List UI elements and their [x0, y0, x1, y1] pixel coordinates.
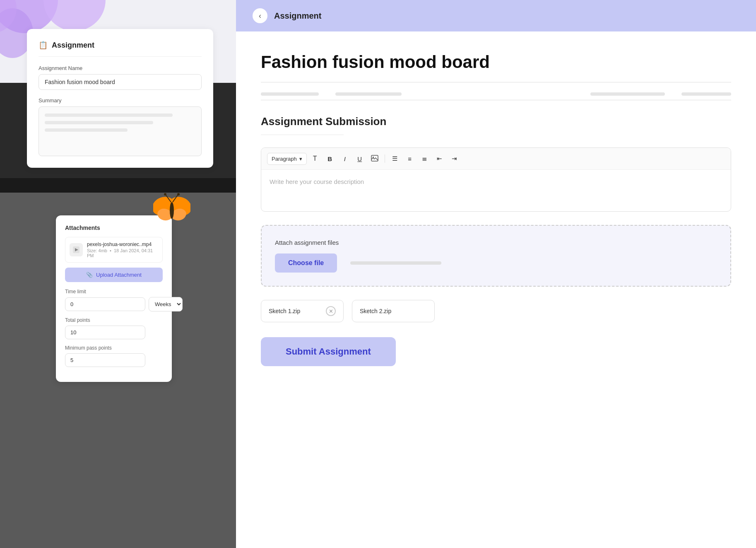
- header-title: Assignment: [274, 11, 321, 21]
- list-unordered-button[interactable]: ☰: [388, 152, 402, 165]
- right-panel: ‹ Assignment Fashion fusion mood board A…: [236, 0, 756, 548]
- summary-textarea: [39, 106, 202, 156]
- file-tag-1: Sketch 2.zip: [352, 300, 435, 322]
- min-pass-label: Minimum pass points: [65, 345, 163, 351]
- bold-icon: B: [327, 155, 332, 162]
- time-limit-input[interactable]: [65, 297, 145, 311]
- min-pass-input[interactable]: [65, 353, 145, 367]
- meta-divider: [261, 100, 731, 100]
- name-field-label: Assignment Name: [39, 65, 202, 71]
- format-t-button[interactable]: T: [308, 152, 322, 165]
- list-ordered-button[interactable]: ≣: [418, 152, 431, 165]
- choose-file-button[interactable]: Choose file: [275, 253, 337, 273]
- file-upload-placeholder: [350, 261, 441, 265]
- assignment-card: 📋 Assignment Assignment Name Summary: [27, 29, 213, 168]
- summary-line-1: [45, 113, 173, 117]
- video-file-icon: [70, 243, 83, 256]
- paperclip-icon: 📎: [86, 272, 93, 278]
- summary-line-2: [45, 121, 153, 124]
- assignment-icon: 📋: [39, 41, 48, 50]
- back-button[interactable]: ‹: [253, 8, 267, 23]
- format-text-icon: T: [313, 155, 317, 162]
- editor-placeholder: Write here your course description: [270, 178, 364, 185]
- attachment-size: Size: 4mb: [87, 248, 107, 253]
- main-content: Fashion fusion mood board Assignment Sub…: [236, 31, 756, 548]
- align-right-button[interactable]: ⇥: [448, 152, 461, 165]
- editor-container: Paragraph ▾ T B I U: [261, 147, 731, 212]
- total-points-label: Total points: [65, 317, 163, 323]
- upload-btn-label: Upload Attachment: [96, 272, 142, 278]
- align-right-icon: ⇥: [452, 155, 457, 162]
- upload-area-label: Attach assignment files: [275, 239, 717, 246]
- upload-area: Attach assignment files Choose file: [261, 225, 731, 287]
- upload-controls-row: Choose file: [275, 253, 717, 273]
- list-center-icon: ≡: [408, 155, 412, 162]
- attachment-meta: Size: 4mb • 18 Jan 2024, 04:31 PM: [87, 248, 158, 258]
- page-title: Fashion fusion mood board: [261, 52, 731, 72]
- total-points-field: Total points: [65, 317, 163, 339]
- file-tag-name-1: Sketch 2.zip: [360, 308, 427, 314]
- summary-line-3: [45, 128, 128, 132]
- list-center-button[interactable]: ≡: [403, 152, 417, 165]
- bold-button[interactable]: B: [323, 152, 337, 165]
- dropdown-arrow-icon: ▾: [299, 156, 302, 162]
- attachment-filename: pexels-joshua-woroniec..mp4: [87, 241, 158, 247]
- summary-placeholder-lines: [45, 112, 195, 132]
- paragraph-label: Paragraph: [272, 156, 297, 162]
- section-short-divider: [261, 135, 344, 135]
- svg-point-12: [164, 193, 166, 196]
- submission-section-title: Assignment Submission: [261, 115, 731, 128]
- svg-point-13: [177, 193, 180, 196]
- assignment-card-title: Assignment: [52, 41, 94, 50]
- align-left-icon: ⇤: [437, 155, 442, 162]
- image-icon: [371, 155, 378, 163]
- placeholder-line-1: [261, 92, 319, 96]
- left-panel: 📋 Assignment Assignment Name Summary: [0, 0, 236, 548]
- attachments-title: Attachments: [65, 225, 163, 231]
- file-tag-remove-0[interactable]: ✕: [326, 306, 336, 316]
- butterfly-decoration: [153, 191, 190, 228]
- file-tags-row: Sketch 1.zip ✕ Sketch 2.zip: [261, 300, 731, 322]
- time-limit-field: Time limit Weeks: [65, 289, 163, 311]
- attachment-info: pexels-joshua-woroniec..mp4 Size: 4mb • …: [87, 241, 158, 258]
- time-limit-input-row: Weeks: [65, 297, 163, 311]
- editor-toolbar: Paragraph ▾ T B I U: [261, 148, 731, 170]
- toolbar-separator-1: [385, 155, 385, 163]
- summary-field-label: Summary: [39, 97, 202, 104]
- placeholder-line-4: [681, 92, 731, 96]
- list-ordered-icon: ≣: [422, 155, 427, 162]
- placeholder-row-1: [261, 92, 731, 96]
- assignment-card-header: 📋 Assignment: [39, 41, 202, 57]
- assignment-name-input[interactable]: [39, 74, 202, 90]
- file-tag-0: Sketch 1.zip ✕: [261, 300, 344, 322]
- svg-point-9: [170, 202, 174, 219]
- placeholder-line-3: [590, 92, 665, 96]
- paragraph-dropdown[interactable]: Paragraph ▾: [267, 153, 307, 165]
- image-button[interactable]: [368, 152, 381, 165]
- time-limit-label: Time limit: [65, 289, 163, 295]
- attachment-item: pexels-joshua-woroniec..mp4 Size: 4mb • …: [65, 237, 163, 263]
- underline-button[interactable]: U: [353, 152, 366, 165]
- underline-icon: U: [357, 155, 362, 162]
- attachments-card: Attachments pexels-joshua-woroniec..mp4 …: [56, 215, 172, 382]
- align-left-button[interactable]: ⇤: [433, 152, 446, 165]
- time-limit-unit-select[interactable]: Weeks: [149, 297, 183, 311]
- min-pass-field: Minimum pass points: [65, 345, 163, 367]
- total-points-input[interactable]: [65, 326, 145, 339]
- submit-assignment-button[interactable]: Submit Assignment: [261, 337, 396, 366]
- chevron-left-icon: ‹: [259, 12, 261, 20]
- title-divider: [261, 82, 731, 82]
- file-tag-name-0: Sketch 1.zip: [269, 308, 323, 314]
- header-bar: ‹ Assignment: [236, 0, 756, 31]
- italic-icon: I: [344, 155, 346, 162]
- placeholder-line-2: [335, 92, 402, 96]
- list-unordered-icon: ☰: [392, 155, 397, 162]
- italic-button[interactable]: I: [338, 152, 352, 165]
- upload-attachment-button[interactable]: 📎 Upload Attachment: [65, 268, 163, 282]
- editor-body[interactable]: Write here your course description: [261, 170, 731, 211]
